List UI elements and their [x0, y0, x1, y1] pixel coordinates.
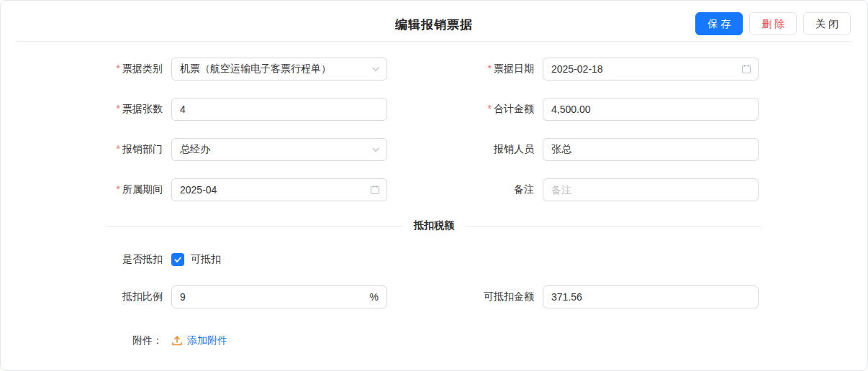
invoice-count-input[interactable] — [171, 98, 387, 121]
field-deduct-ratio: 抵扣比例 % — [1, 285, 387, 308]
deductible-checkbox[interactable] — [171, 253, 184, 266]
divider-line — [106, 226, 402, 226]
percent-suffix: % — [370, 291, 379, 303]
chevron-down-icon — [371, 145, 380, 154]
remark-label: 备注 — [387, 183, 543, 196]
save-button[interactable]: 保 存 — [695, 12, 743, 35]
delete-button[interactable]: 删 除 — [749, 12, 797, 35]
deductible-checkbox-label: 可抵扣 — [191, 253, 221, 266]
is-deductible-label: 是否抵扣 — [1, 253, 171, 266]
remark-wrap — [543, 178, 759, 201]
checkmark-icon — [173, 255, 182, 264]
add-attachment-link[interactable]: 添加附件 — [171, 334, 227, 347]
deductible-amount-label: 可抵扣金额 — [387, 290, 543, 303]
field-period: *所属期间 — [1, 178, 387, 201]
required-asterisk: * — [488, 63, 492, 74]
field-is-deductible: 是否抵扣 可抵扣 — [1, 253, 221, 266]
required-asterisk: * — [117, 63, 120, 74]
deduction-section-title: 抵扣税额 — [402, 219, 466, 232]
form-row-attachment: 附件： 添加附件 — [1, 334, 867, 347]
deduct-ratio-wrap: % — [171, 285, 387, 308]
invoice-type-label: *票据类别 — [1, 63, 171, 75]
required-asterisk: * — [117, 183, 120, 195]
form-row-2: *票据张数 *合计金额 — [1, 98, 867, 121]
deductible-amount-input[interactable] — [543, 285, 759, 308]
person-input[interactable] — [543, 138, 759, 161]
department-select-wrap: 总经办 — [171, 138, 387, 161]
invoice-count-wrap — [171, 98, 387, 121]
deductible-amount-wrap — [543, 285, 759, 308]
invoice-type-select[interactable]: 机票（航空运输电子客票行程单） — [171, 58, 387, 81]
total-amount-input[interactable] — [543, 98, 759, 121]
field-invoice-date: *票据日期 — [387, 58, 759, 81]
period-input[interactable] — [171, 178, 387, 201]
field-remark: 备注 — [387, 178, 759, 201]
total-amount-label: *合计金额 — [387, 103, 543, 116]
deduction-section-divider: 抵扣税额 — [106, 219, 762, 233]
required-asterisk: * — [117, 103, 120, 114]
calendar-icon — [741, 64, 751, 74]
header-actions: 保 存 删 除 关 闭 — [695, 12, 851, 35]
department-select[interactable]: 总经办 — [171, 138, 387, 161]
dialog-header: 编辑报销票据 保 存 删 除 关 闭 — [1, 1, 867, 42]
field-invoice-type: *票据类别 机票（航空运输电子客票行程单） — [1, 58, 387, 81]
add-attachment-label: 添加附件 — [187, 334, 227, 347]
form-row-deduction-values: 抵扣比例 % 可抵扣金额 — [1, 285, 867, 308]
field-department: *报销部门 总经办 — [1, 138, 387, 161]
chevron-down-icon — [371, 65, 380, 73]
department-label: *报销部门 — [1, 143, 171, 156]
invoice-date-label: *票据日期 — [387, 63, 543, 75]
remark-input[interactable] — [543, 178, 759, 201]
form-row-4: *所属期间 备注 — [1, 178, 867, 201]
period-picker-wrap — [171, 178, 387, 201]
field-person: 报销人员 — [387, 138, 759, 161]
deduct-ratio-label: 抵扣比例 — [1, 290, 171, 303]
close-button[interactable]: 关 闭 — [803, 12, 851, 35]
form-row-1: *票据类别 机票（航空运输电子客票行程单） *票据日期 — [1, 58, 867, 81]
field-invoice-count: *票据张数 — [1, 98, 387, 121]
calendar-icon — [370, 185, 380, 195]
invoice-date-picker-wrap — [543, 58, 759, 81]
department-value: 总经办 — [180, 143, 210, 156]
invoice-form: *票据类别 机票（航空运输电子客票行程单） *票据日期 — [1, 42, 867, 347]
divider-line — [466, 226, 762, 226]
invoice-type-select-wrap: 机票（航空运输电子客票行程单） — [171, 58, 387, 81]
invoice-count-label: *票据张数 — [1, 103, 171, 116]
form-row-3: *报销部门 总经办 报销人员 — [1, 138, 867, 161]
field-total-amount: *合计金额 — [387, 98, 759, 121]
invoice-date-input[interactable] — [543, 58, 759, 81]
invoice-type-value: 机票（航空运输电子客票行程单） — [180, 63, 331, 75]
upload-icon — [171, 335, 183, 347]
period-label: *所属期间 — [1, 183, 171, 196]
deduct-ratio-input[interactable] — [171, 285, 387, 308]
form-row-deductible: 是否抵扣 可抵扣 — [1, 253, 867, 266]
required-asterisk: * — [488, 103, 492, 114]
edit-invoice-dialog: 编辑报销票据 保 存 删 除 关 闭 *票据类别 机票（航空运输电子客票行程单） — [0, 0, 868, 371]
deductible-checkbox-group[interactable]: 可抵扣 — [171, 253, 221, 266]
field-deductible-amount: 可抵扣金额 — [387, 285, 759, 308]
attachment-label: 附件： — [1, 334, 171, 347]
total-amount-wrap — [543, 98, 759, 121]
person-wrap — [543, 138, 759, 161]
person-label: 报销人员 — [387, 143, 543, 156]
required-asterisk: * — [117, 143, 120, 155]
